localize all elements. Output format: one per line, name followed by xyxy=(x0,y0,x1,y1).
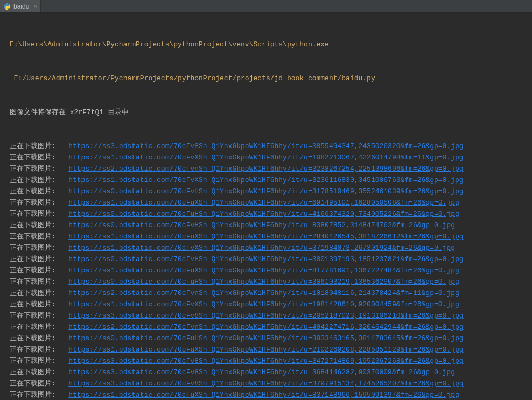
download-url[interactable]: https://ss3.bdstatic.com/70cFv8Sh_Q1YnxG… xyxy=(68,312,463,320)
download-url[interactable]: https://ss1.bdstatic.com/70cFuXSh_Q1YnxG… xyxy=(68,266,459,275)
download-prefix: 正在下载图片: xyxy=(10,153,68,162)
download-url[interactable]: https://ss1.bdstatic.com/70cFvXSh_Q1YnxG… xyxy=(68,176,463,184)
tab-baidu[interactable]: baidu × xyxy=(0,0,41,12)
download-url[interactable]: https://ss0.bdstatic.com/70cFvHSh_Q1YnxG… xyxy=(68,255,463,263)
download-prefix: 正在下载图片: xyxy=(10,357,68,365)
download-line: 正在下载图片: https://ss1.bdstatic.com/70cFvXS… xyxy=(10,152,527,163)
download-line: 正在下载图片: https://ss3.bdstatic.com/70cFv8S… xyxy=(10,378,527,389)
download-url[interactable]: https://ss1.bdstatic.com/70cFuXSh_Q1YnxG… xyxy=(68,391,459,399)
download-line: 正在下载图片: https://ss3.bdstatic.com/70cFv8S… xyxy=(10,141,527,152)
download-url[interactable]: https://ss0.bdstatic.com/70cFuHSh_Q1YnxG… xyxy=(68,334,463,342)
download-prefix: 正在下载图片: xyxy=(10,244,68,252)
download-prefix: 正在下载图片: xyxy=(10,210,68,218)
download-url[interactable]: https://ss1.bdstatic.com/70cFuXSh_Q1YnxG… xyxy=(68,233,463,241)
download-prefix: 正在下载图片: xyxy=(10,199,68,207)
download-url[interactable]: https://ss0.bdstatic.com/70cFvHSh_Q1YnxG… xyxy=(68,221,455,229)
download-line: 正在下载图片: https://ss3.bdstatic.com/70cFv8S… xyxy=(10,310,527,321)
download-prefix: 正在下载图片: xyxy=(10,266,68,275)
download-line: 正在下载图片: https://ss2.bdstatic.com/70cFvnS… xyxy=(10,321,527,333)
download-line: 正在下载图片: https://ss2.bdstatic.com/70cFvnS… xyxy=(10,163,527,174)
download-url[interactable]: https://ss3.bdstatic.com/70cFv8Sh_Q1YnxG… xyxy=(68,368,455,376)
download-line: 正在下载图片: https://ss1.bdstatic.com/70cFuXS… xyxy=(10,344,527,355)
download-url[interactable]: https://ss1.bdstatic.com/70cFuXSh_Q1YnxG… xyxy=(68,346,463,354)
tab-label: baidu xyxy=(13,3,29,10)
download-line: 正在下载图片: https://ss1.bdstatic.com/70cFuXS… xyxy=(10,389,527,400)
download-prefix: 正在下载图片: xyxy=(10,380,68,388)
download-url[interactable]: https://ss1.bdstatic.com/70cFuXSh_Q1YnxG… xyxy=(68,199,459,207)
download-prefix: 正在下载图片: xyxy=(10,142,68,150)
download-url[interactable]: https://ss3.bdstatic.com/70cFv8Sh_Q1YnxG… xyxy=(68,380,463,388)
download-prefix: 正在下载图片: xyxy=(10,176,68,184)
download-prefix: 正在下载图片: xyxy=(10,255,68,263)
download-line: 正在下载图片: https://ss1.bdstatic.com/70cFuXS… xyxy=(10,265,527,276)
download-url[interactable]: https://ss0.bdstatic.com/70cFuHSh_Q1YnxG… xyxy=(68,278,459,286)
download-line: 正在下载图片: https://ss1.bdstatic.com/70cFvXS… xyxy=(10,242,527,254)
download-prefix: 正在下载图片: xyxy=(10,233,68,241)
script-path: E:/Users/Administrator/PycharmProjects/p… xyxy=(10,74,375,82)
download-prefix: 正在下载图片: xyxy=(10,221,68,229)
python-file-icon xyxy=(3,3,11,10)
tab-bar: baidu × xyxy=(0,0,532,13)
download-prefix: 正在下载图片: xyxy=(10,278,68,286)
download-prefix: 正在下载图片: xyxy=(10,289,68,297)
download-url[interactable]: https://ss1.bdstatic.com/70cFvXSh_Q1YnxG… xyxy=(68,300,459,308)
download-line: 正在下载图片: https://ss0.bdstatic.com/70cFvHS… xyxy=(10,186,527,197)
download-url[interactable]: https://ss3.bdstatic.com/70cFv8Sh_Q1YnxG… xyxy=(68,142,463,150)
download-line: 正在下载图片: https://ss2.bdstatic.com/70cFvnS… xyxy=(10,287,527,299)
download-line: 正在下载图片: https://ss0.bdstatic.com/70cFuHS… xyxy=(10,276,527,287)
download-line: 正在下载图片: https://ss0.bdstatic.com/70cFuHS… xyxy=(10,208,527,220)
download-url[interactable]: https://ss2.bdstatic.com/70cFvnSh_Q1YnxG… xyxy=(68,165,463,173)
download-prefix: 正在下载图片: xyxy=(10,334,68,342)
download-line: 正在下载图片: https://ss1.bdstatic.com/70cFuXS… xyxy=(10,231,527,242)
download-prefix: 正在下载图片: xyxy=(10,368,68,376)
download-prefix: 正在下载图片: xyxy=(10,391,68,399)
download-line: 正在下载图片: https://ss1.bdstatic.com/70cFvXS… xyxy=(10,174,527,186)
download-url[interactable]: https://ss0.bdstatic.com/70cFuHSh_Q1YnxG… xyxy=(68,210,459,218)
download-line: 正在下载图片: https://ss1.bdstatic.com/70cFvXS… xyxy=(10,299,527,310)
download-url[interactable]: https://ss1.bdstatic.com/70cFvXSh_Q1YnxG… xyxy=(68,153,463,162)
exe-path: E:\Users\Administrator\PycharmProjects\p… xyxy=(10,40,329,48)
download-url[interactable]: https://ss3.bdstatic.com/70cFv8Sh_Q1YnxG… xyxy=(68,357,463,365)
download-url[interactable]: https://ss0.bdstatic.com/70cFvHSh_Q1YnxG… xyxy=(68,187,463,195)
download-prefix: 正在下载图片: xyxy=(10,312,68,320)
download-url[interactable]: https://ss1.bdstatic.com/70cFvXSh_Q1YnxG… xyxy=(68,244,455,252)
download-line: 正在下载图片: https://ss3.bdstatic.com/70cFv8S… xyxy=(10,355,527,367)
download-line: 正在下载图片: https://ss0.bdstatic.com/70cFvHS… xyxy=(10,220,527,231)
download-prefix: 正在下载图片: xyxy=(10,323,68,331)
console-output: E:\Users\Administrator\PycharmProjects\p… xyxy=(0,13,532,400)
download-prefix: 正在下载图片: xyxy=(10,187,68,195)
download-line: 正在下载图片: https://ss0.bdstatic.com/70cFvHS… xyxy=(10,254,527,265)
download-line: 正在下载图片: https://ss0.bdstatic.com/70cFuHS… xyxy=(10,333,527,344)
close-icon[interactable]: × xyxy=(32,3,37,10)
download-line: 正在下载图片: https://ss1.bdstatic.com/70cFuXS… xyxy=(10,197,527,208)
download-prefix: 正在下载图片: xyxy=(10,300,68,308)
save-dir-msg: 图像文件将保存在 x2rF7tQi 目录中 xyxy=(10,108,129,116)
download-line: 正在下载图片: https://ss3.bdstatic.com/70cFv8S… xyxy=(10,367,527,378)
download-url[interactable]: https://ss2.bdstatic.com/70cFvnSh_Q1YnxG… xyxy=(68,289,459,297)
download-prefix: 正在下载图片: xyxy=(10,346,68,354)
download-prefix: 正在下载图片: xyxy=(10,165,68,173)
download-url[interactable]: https://ss2.bdstatic.com/70cFvnSh_Q1YnxG… xyxy=(68,323,463,331)
